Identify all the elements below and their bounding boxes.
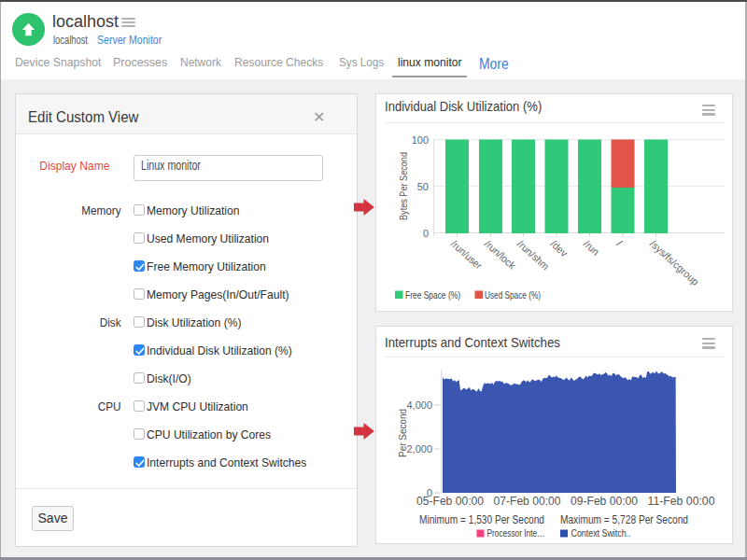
svg-text:/run: /run bbox=[581, 238, 600, 258]
svg-text:07-Feb 00:00: 07-Feb 00:00 bbox=[493, 495, 560, 508]
svg-text:/run/user: /run/user bbox=[448, 238, 484, 272]
svg-text:Maximum = 5,728 Per Second: Maximum = 5,728 Per Second bbox=[560, 513, 688, 526]
svg-text:Processor Inte…: Processor Inte… bbox=[486, 527, 544, 539]
svg-text:09-Feb 00:00: 09-Feb 00:00 bbox=[571, 495, 638, 508]
svg-text:100: 100 bbox=[411, 134, 428, 146]
svg-text:/sys/fs/cgroup: /sys/fs/cgroup bbox=[647, 238, 700, 287]
svg-text:0: 0 bbox=[422, 228, 428, 239]
svg-text:2,000: 2,000 bbox=[406, 443, 432, 455]
svg-text:Minimum = 1,530 Per Second: Minimum = 1,530 Per Second bbox=[419, 513, 544, 526]
svg-text:/dev: /dev bbox=[548, 238, 570, 259]
svg-text:/run/lock: /run/lock bbox=[482, 238, 517, 272]
svg-text:Bytes Per Second: Bytes Per Second bbox=[398, 152, 409, 220]
svg-text:Free Space (%): Free Space (%) bbox=[405, 289, 460, 301]
svg-text:Context Switch..: Context Switch.. bbox=[571, 527, 630, 539]
svg-text:Used Space (%): Used Space (%) bbox=[485, 289, 541, 301]
svg-text:Per Second: Per Second bbox=[397, 409, 408, 457]
svg-text:05-Feb 00:00: 05-Feb 00:00 bbox=[416, 495, 484, 508]
svg-text:11-Feb 00:00: 11-Feb 00:00 bbox=[647, 495, 714, 508]
svg-text:/run/shm: /run/shm bbox=[514, 238, 550, 272]
svg-text:4,000: 4,000 bbox=[406, 399, 432, 411]
svg-text:50: 50 bbox=[416, 181, 428, 192]
svg-text:/: / bbox=[614, 238, 625, 249]
